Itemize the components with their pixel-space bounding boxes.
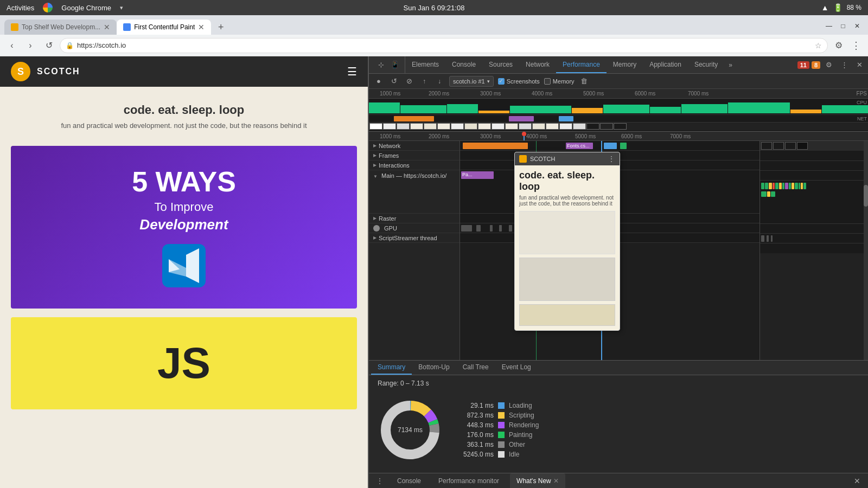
- drawer-tab-whats-new[interactable]: What's New ✕: [510, 473, 565, 488]
- tab-elements[interactable]: Elements: [405, 56, 445, 73]
- drawer-tab-console[interactable]: Console: [391, 473, 427, 488]
- close-devtools-icon[interactable]: ✕: [853, 59, 866, 72]
- timeline-scrollbar[interactable]: [864, 141, 868, 360]
- tab-application[interactable]: Application: [643, 56, 688, 73]
- gpu-bar-4: [499, 225, 502, 232]
- tab-memory[interactable]: Memory: [607, 56, 643, 73]
- event-log-tab[interactable]: Event Log: [495, 361, 538, 375]
- forward-button[interactable]: ›: [23, 38, 38, 53]
- tab-security[interactable]: Security: [688, 56, 724, 73]
- stat-other: 363.1 ms Other: [456, 441, 859, 448]
- tooltip-site-title: code. eat. sleep. loop: [519, 170, 615, 192]
- reload-record-button[interactable]: ↺: [388, 76, 399, 87]
- download-button[interactable]: ↓: [434, 76, 445, 87]
- delete-recording-button[interactable]: 🗑: [579, 76, 590, 87]
- main-track-label[interactable]: ▼ Main — https://scotch.io/: [369, 170, 459, 214]
- bottom-up-tab[interactable]: Bottom-Up: [412, 361, 456, 375]
- tab2-title: First Contentful Paint: [134, 23, 195, 31]
- chrome-tab-1[interactable]: Top Shelf Web Developm... ✕: [4, 20, 117, 35]
- os-activities-label[interactable]: Activities: [7, 4, 34, 12]
- detail-ruler: 1000 ms 2000 ms 3000 ms 4000 ms 5000 ms …: [369, 131, 868, 141]
- drawer-menu-icon[interactable]: ⋮: [373, 474, 386, 487]
- scrollbar-thumb[interactable]: [864, 185, 868, 207]
- frames-label: Frames: [379, 152, 399, 159]
- frames-track-label[interactable]: ▶ Frames: [369, 151, 459, 160]
- more-icon[interactable]: ⋮: [838, 59, 851, 72]
- address-text: https://scotch.io: [77, 41, 812, 49]
- device-toolbar-icon[interactable]: 📱: [388, 59, 401, 72]
- tab-console[interactable]: Console: [445, 56, 482, 73]
- scriptstreamer-label: ScriptStreamer thread: [379, 235, 437, 241]
- article-purple-bg: 5 WAYS To Improve Development: [11, 146, 357, 309]
- star-icon[interactable]: ☆: [815, 41, 822, 50]
- stat-scripting-color: [498, 412, 505, 419]
- site-menu-icon[interactable]: ☰: [347, 65, 357, 78]
- address-bar[interactable]: 🔒 https://scotch.io ☆: [60, 38, 828, 53]
- maximize-button[interactable]: □: [837, 20, 850, 33]
- inspect-element-icon[interactable]: ⊹: [374, 59, 387, 72]
- detail-2000: 2000 ms: [429, 133, 449, 139]
- memory-checkbox[interactable]: [544, 78, 551, 85]
- chrome-tab-2[interactable]: First Contentful Paint ✕: [117, 20, 211, 35]
- tab-sources[interactable]: Sources: [482, 56, 519, 73]
- minimize-button[interactable]: —: [822, 20, 835, 33]
- drawer-whats-new-close-icon[interactable]: ✕: [553, 477, 559, 485]
- summary-tab[interactable]: Summary: [371, 361, 412, 375]
- net-label: NET: [857, 116, 867, 121]
- stat-scripting-value: 872.3 ms: [456, 412, 494, 419]
- tab-network[interactable]: Network: [519, 56, 556, 73]
- reload-button[interactable]: ↺: [41, 38, 56, 53]
- new-tab-button[interactable]: +: [213, 20, 228, 35]
- warn-badge: 8: [812, 61, 820, 69]
- profile-dropdown[interactable]: scotch.io #1 ▾: [449, 76, 494, 87]
- interactions-track-label[interactable]: ▶ Interactions: [369, 160, 459, 170]
- raster-track-label[interactable]: ▶ Raster: [369, 214, 459, 223]
- tab2-close-icon[interactable]: ✕: [198, 23, 205, 31]
- extensions-button[interactable]: ⚙: [831, 38, 846, 53]
- stat-painting-color: [498, 432, 505, 438]
- tooltip-content: code. eat. sleep. loop fun and practical…: [515, 165, 620, 330]
- detail-7000: 7000 ms: [670, 133, 691, 139]
- lock-icon: 🔒: [66, 42, 74, 49]
- performance-area: 1000 ms 2000 ms 3000 ms 4000 ms 5000 ms …: [369, 89, 868, 488]
- right-network: [760, 151, 868, 161]
- os-app-name[interactable]: Google Chrome: [61, 4, 111, 12]
- scriptstreamer-track-label[interactable]: ▶ ScriptStreamer thread: [369, 233, 459, 243]
- overview-tracks[interactable]: CPU NET: [369, 99, 868, 131]
- article-card-1[interactable]: 5 WAYS To Improve Development: [11, 146, 357, 309]
- window-controls: — □ ✕: [822, 20, 864, 33]
- screenshots-strip[interactable]: [369, 123, 868, 130]
- stat-scripting: 872.3 ms Scripting: [456, 412, 859, 419]
- flame-chart-content[interactable]: Fonts.cs... ads (... 401.9: [460, 141, 868, 360]
- upload-button[interactable]: ↑: [419, 76, 430, 87]
- os-bar: Activities Google Chrome ▾ Sun Jan 6 09:…: [0, 0, 868, 15]
- interactions-expand-icon: ▶: [373, 163, 376, 168]
- tab2-favicon: [123, 23, 131, 31]
- tab-performance[interactable]: Performance: [556, 56, 607, 73]
- raster-label: Raster: [379, 215, 396, 222]
- article-ways: 5 WAYS: [132, 165, 236, 198]
- record-button[interactable]: ●: [373, 76, 384, 87]
- menu-button[interactable]: ⋮: [848, 38, 864, 53]
- close-button[interactable]: ✕: [851, 20, 864, 33]
- profile-dropdown-icon: ▾: [487, 79, 490, 84]
- tabs-more-icon[interactable]: »: [724, 61, 737, 69]
- os-app-dropdown-icon[interactable]: ▾: [120, 4, 123, 11]
- network-track-label[interactable]: ▶ Network: [369, 141, 459, 151]
- back-button[interactable]: ‹: [4, 38, 20, 53]
- article-card-2[interactable]: JS: [11, 317, 357, 409]
- screenshots-checkbox[interactable]: ✓: [498, 78, 505, 85]
- drawer-tab-perf-monitor[interactable]: Performance monitor: [432, 473, 506, 488]
- memory-checkbox-group: Memory: [544, 78, 575, 85]
- gpu-track-label[interactable]: GPU: [369, 223, 459, 233]
- chrome-toolbar: ‹ › ↺ 🔒 https://scotch.io ☆ ⚙ ⋮: [0, 35, 868, 56]
- close-drawer-button[interactable]: ✕: [851, 474, 864, 487]
- summary-area: Range: 0 – 7.13 s: [369, 375, 868, 473]
- tooltip-close-icon[interactable]: ⋮: [608, 155, 615, 163]
- call-tree-tab[interactable]: Call Tree: [456, 361, 495, 375]
- clear-button[interactable]: ⊘: [404, 76, 414, 87]
- tab1-close-icon[interactable]: ✕: [104, 23, 110, 31]
- settings-icon[interactable]: ⚙: [822, 59, 835, 72]
- right-main: [760, 181, 868, 224]
- net-bar-4: [620, 143, 627, 149]
